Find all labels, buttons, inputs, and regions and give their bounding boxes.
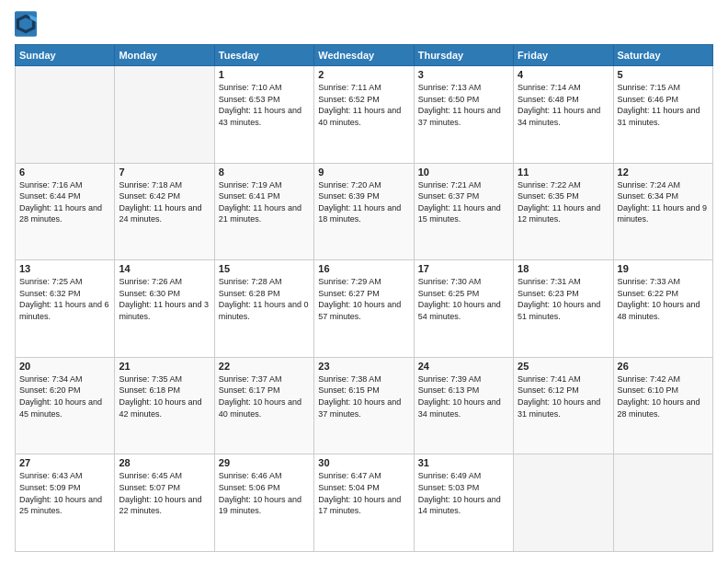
day-number: 22 xyxy=(219,361,310,372)
day-number: 9 xyxy=(318,167,409,178)
col-thursday: Thursday xyxy=(414,45,513,66)
page-header xyxy=(15,11,713,37)
day-info: Sunrise: 7:14 AM Sunset: 6:48 PM Dayligh… xyxy=(518,82,609,128)
day-number: 23 xyxy=(318,361,409,372)
day-info: Sunrise: 7:31 AM Sunset: 6:23 PM Dayligh… xyxy=(518,276,609,322)
calendar-day: 12 Sunrise: 7:24 AM Sunset: 6:34 PM Dayl… xyxy=(613,163,712,260)
calendar-day: 22 Sunrise: 7:37 AM Sunset: 6:17 PM Dayl… xyxy=(214,357,313,454)
day-info: Sunrise: 7:41 AM Sunset: 6:12 PM Dayligh… xyxy=(518,373,609,419)
day-info: Sunrise: 6:49 AM Sunset: 5:03 PM Dayligh… xyxy=(418,470,509,516)
logo-icon xyxy=(15,11,37,37)
day-info: Sunrise: 7:10 AM Sunset: 6:53 PM Dayligh… xyxy=(219,82,310,128)
calendar-day: 31 Sunrise: 6:49 AM Sunset: 5:03 PM Dayl… xyxy=(414,454,513,552)
day-number: 5 xyxy=(618,69,709,80)
calendar-day: 25 Sunrise: 7:41 AM Sunset: 6:12 PM Dayl… xyxy=(514,357,613,454)
day-info: Sunrise: 6:46 AM Sunset: 5:06 PM Dayligh… xyxy=(219,470,310,516)
calendar-day: 28 Sunrise: 6:45 AM Sunset: 5:07 PM Dayl… xyxy=(115,454,214,552)
day-info: Sunrise: 7:25 AM Sunset: 6:32 PM Dayligh… xyxy=(19,276,110,322)
day-number: 17 xyxy=(418,263,509,274)
calendar-day: 18 Sunrise: 7:31 AM Sunset: 6:23 PM Dayl… xyxy=(514,260,613,358)
calendar-day: 17 Sunrise: 7:30 AM Sunset: 6:25 PM Dayl… xyxy=(414,260,513,358)
calendar-day: 13 Sunrise: 7:25 AM Sunset: 6:32 PM Dayl… xyxy=(16,260,115,358)
day-number: 10 xyxy=(418,167,509,178)
calendar-week-row: 27 Sunrise: 6:43 AM Sunset: 5:09 PM Dayl… xyxy=(16,454,713,552)
day-info: Sunrise: 7:30 AM Sunset: 6:25 PM Dayligh… xyxy=(418,276,509,322)
day-info: Sunrise: 7:16 AM Sunset: 6:44 PM Dayligh… xyxy=(19,179,110,225)
day-number: 31 xyxy=(418,457,509,468)
day-number: 2 xyxy=(318,69,409,80)
calendar-day xyxy=(514,454,613,552)
calendar-day: 3 Sunrise: 7:13 AM Sunset: 6:50 PM Dayli… xyxy=(414,66,513,164)
day-info: Sunrise: 7:24 AM Sunset: 6:34 PM Dayligh… xyxy=(618,179,709,225)
day-number: 11 xyxy=(518,167,609,178)
day-info: Sunrise: 7:18 AM Sunset: 6:42 PM Dayligh… xyxy=(119,179,210,225)
day-number: 26 xyxy=(618,361,709,372)
calendar-day: 4 Sunrise: 7:14 AM Sunset: 6:48 PM Dayli… xyxy=(514,66,613,164)
day-info: Sunrise: 7:38 AM Sunset: 6:15 PM Dayligh… xyxy=(318,373,409,419)
day-info: Sunrise: 7:28 AM Sunset: 6:28 PM Dayligh… xyxy=(219,276,310,322)
day-number: 27 xyxy=(19,457,110,468)
calendar-day: 10 Sunrise: 7:21 AM Sunset: 6:37 PM Dayl… xyxy=(414,163,513,260)
calendar-week-row: 6 Sunrise: 7:16 AM Sunset: 6:44 PM Dayli… xyxy=(16,163,713,260)
calendar-day xyxy=(115,66,214,164)
calendar-day xyxy=(16,66,115,164)
day-info: Sunrise: 7:19 AM Sunset: 6:41 PM Dayligh… xyxy=(219,179,310,225)
day-number: 6 xyxy=(19,167,110,178)
day-info: Sunrise: 7:39 AM Sunset: 6:13 PM Dayligh… xyxy=(418,373,509,419)
day-number: 30 xyxy=(318,457,409,468)
calendar-week-row: 20 Sunrise: 7:34 AM Sunset: 6:20 PM Dayl… xyxy=(16,357,713,454)
day-info: Sunrise: 7:22 AM Sunset: 6:35 PM Dayligh… xyxy=(518,179,609,225)
day-number: 28 xyxy=(119,457,210,468)
calendar-day: 8 Sunrise: 7:19 AM Sunset: 6:41 PM Dayli… xyxy=(214,163,313,260)
calendar-day: 6 Sunrise: 7:16 AM Sunset: 6:44 PM Dayli… xyxy=(16,163,115,260)
calendar-day: 27 Sunrise: 6:43 AM Sunset: 5:09 PM Dayl… xyxy=(16,454,115,552)
day-number: 16 xyxy=(318,263,409,274)
day-info: Sunrise: 7:13 AM Sunset: 6:50 PM Dayligh… xyxy=(418,82,509,128)
day-info: Sunrise: 7:33 AM Sunset: 6:22 PM Dayligh… xyxy=(618,276,709,322)
calendar-day: 7 Sunrise: 7:18 AM Sunset: 6:42 PM Dayli… xyxy=(115,163,214,260)
calendar-day: 26 Sunrise: 7:42 AM Sunset: 6:10 PM Dayl… xyxy=(613,357,712,454)
calendar-day: 9 Sunrise: 7:20 AM Sunset: 6:39 PM Dayli… xyxy=(314,163,414,260)
col-monday: Monday xyxy=(115,45,214,66)
day-number: 8 xyxy=(219,167,310,178)
calendar-day: 14 Sunrise: 7:26 AM Sunset: 6:30 PM Dayl… xyxy=(115,260,214,358)
day-info: Sunrise: 7:29 AM Sunset: 6:27 PM Dayligh… xyxy=(318,276,409,322)
col-saturday: Saturday xyxy=(613,45,712,66)
day-info: Sunrise: 7:11 AM Sunset: 6:52 PM Dayligh… xyxy=(318,82,409,128)
logo xyxy=(15,11,40,37)
day-number: 15 xyxy=(219,263,310,274)
day-number: 3 xyxy=(418,69,509,80)
calendar-day: 23 Sunrise: 7:38 AM Sunset: 6:15 PM Dayl… xyxy=(314,357,414,454)
day-number: 29 xyxy=(219,457,310,468)
calendar-day: 19 Sunrise: 7:33 AM Sunset: 6:22 PM Dayl… xyxy=(613,260,712,358)
day-info: Sunrise: 7:35 AM Sunset: 6:18 PM Dayligh… xyxy=(119,373,210,419)
day-info: Sunrise: 7:15 AM Sunset: 6:46 PM Dayligh… xyxy=(618,82,709,128)
calendar-day: 11 Sunrise: 7:22 AM Sunset: 6:35 PM Dayl… xyxy=(514,163,613,260)
calendar-day: 29 Sunrise: 6:46 AM Sunset: 5:06 PM Dayl… xyxy=(214,454,313,552)
calendar-table: Sunday Monday Tuesday Wednesday Thursday… xyxy=(15,44,713,552)
calendar-day: 5 Sunrise: 7:15 AM Sunset: 6:46 PM Dayli… xyxy=(613,66,712,164)
day-info: Sunrise: 6:45 AM Sunset: 5:07 PM Dayligh… xyxy=(119,470,210,516)
calendar-day xyxy=(613,454,712,552)
day-number: 12 xyxy=(618,167,709,178)
day-info: Sunrise: 7:37 AM Sunset: 6:17 PM Dayligh… xyxy=(219,373,310,419)
day-info: Sunrise: 7:42 AM Sunset: 6:10 PM Dayligh… xyxy=(618,373,709,419)
day-number: 20 xyxy=(19,361,110,372)
calendar-day: 1 Sunrise: 7:10 AM Sunset: 6:53 PM Dayli… xyxy=(214,66,313,164)
col-wednesday: Wednesday xyxy=(314,45,414,66)
day-info: Sunrise: 6:47 AM Sunset: 5:04 PM Dayligh… xyxy=(318,470,409,516)
calendar-day: 30 Sunrise: 6:47 AM Sunset: 5:04 PM Dayl… xyxy=(314,454,414,552)
day-info: Sunrise: 7:20 AM Sunset: 6:39 PM Dayligh… xyxy=(318,179,409,225)
calendar-day: 21 Sunrise: 7:35 AM Sunset: 6:18 PM Dayl… xyxy=(115,357,214,454)
day-info: Sunrise: 7:26 AM Sunset: 6:30 PM Dayligh… xyxy=(119,276,210,322)
calendar-week-row: 13 Sunrise: 7:25 AM Sunset: 6:32 PM Dayl… xyxy=(16,260,713,358)
calendar-day: 2 Sunrise: 7:11 AM Sunset: 6:52 PM Dayli… xyxy=(314,66,414,164)
day-number: 1 xyxy=(219,69,310,80)
calendar-day: 16 Sunrise: 7:29 AM Sunset: 6:27 PM Dayl… xyxy=(314,260,414,358)
day-number: 21 xyxy=(119,361,210,372)
day-number: 14 xyxy=(119,263,210,274)
day-number: 7 xyxy=(119,167,210,178)
day-number: 18 xyxy=(518,263,609,274)
day-info: Sunrise: 7:21 AM Sunset: 6:37 PM Dayligh… xyxy=(418,179,509,225)
calendar-header-row: Sunday Monday Tuesday Wednesday Thursday… xyxy=(16,45,713,66)
